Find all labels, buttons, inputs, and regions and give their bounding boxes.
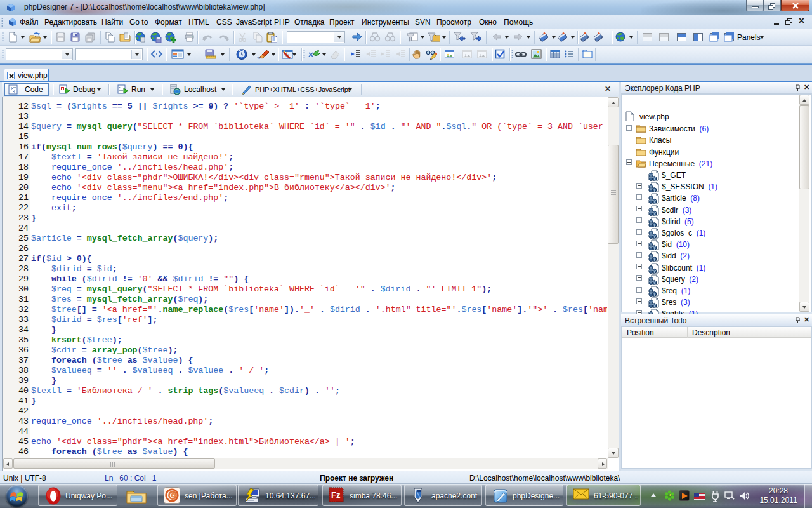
svg-text:Fz: Fz: [331, 490, 341, 500]
